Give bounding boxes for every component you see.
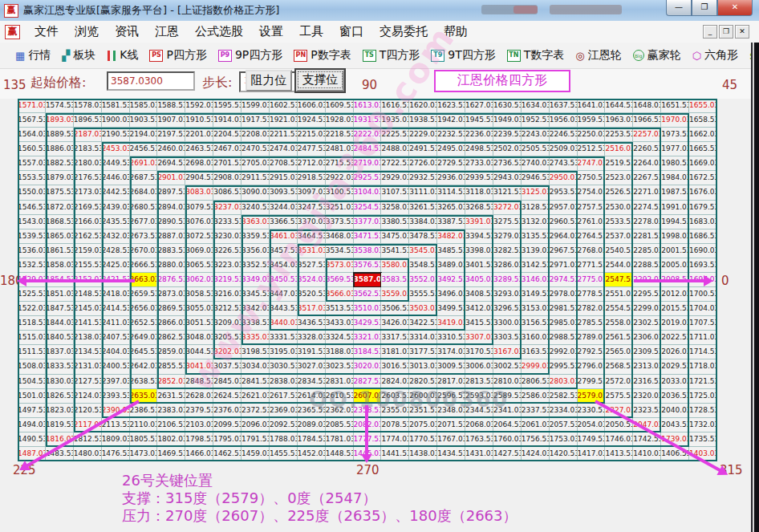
grid-cell[interactable]: 2964.03 [550,229,578,244]
grid-cell[interactable]: 1931.53 [354,113,382,128]
grid-cell[interactable]: 1494.03 [18,418,46,433]
grid-cell[interactable]: 3580.03 [381,258,409,273]
grid-cell[interactable]: 3275.53 [493,215,522,229]
grid-cell[interactable]: 2404.03 [102,345,130,359]
grid-cell[interactable]: 2068.03 [465,418,493,433]
grid-cell[interactable]: 2743.53 [550,156,578,171]
toolbar-9p-square[interactable]: P9 9P四方形 [213,48,288,63]
grid-cell[interactable]: 2015.53 [661,302,689,316]
grid-cell[interactable]: 2736.53 [493,156,522,171]
grid-cell[interactable]: 2071.53 [437,418,465,433]
grid-cell[interactable]: 2372.53 [242,404,270,418]
grid-cell[interactable]: 2152.03 [74,273,102,287]
grid-cell[interactable]: 2768.03 [578,244,606,258]
grid-cell[interactable]: 3569.53 [326,273,354,287]
grid-cell[interactable]: 3219.53 [213,273,242,287]
grid-cell[interactable]: 2407.53 [102,331,130,345]
grid-cell[interactable]: 2838.03 [270,375,298,389]
grid-cell[interactable]: 1732.03 [689,418,717,433]
grid-cell[interactable]: 1977.03 [661,142,689,156]
grid-cell[interactable]: 3156.53 [522,316,550,331]
grid-cell[interactable]: 1690.03 [689,244,717,258]
grid-cell[interactable]: 2435.53 [102,215,130,229]
grid-cell[interactable]: 1816.03 [46,433,74,447]
grid-cell[interactable]: 2537.03 [605,229,633,244]
grid-cell[interactable]: 3296.53 [493,302,522,316]
grid-cell[interactable]: 2005.03 [661,258,689,273]
menu-browse[interactable]: 浏览 [67,24,107,39]
grid-cell[interactable]: 2180.03 [74,156,102,171]
grid-cell[interactable]: 2967.53 [550,244,578,258]
grid-cell[interactable]: 3461.03 [270,229,298,244]
grid-cell[interactable]: 1651.53 [661,99,689,113]
grid-cell[interactable]: 1886.03 [46,142,74,156]
grid-cell[interactable]: 3510.03 [354,302,382,316]
grid-cell[interactable]: 2607.03 [354,389,382,404]
grid-cell[interactable]: 3387.53 [437,215,465,229]
grid-cell[interactable]: 2379.53 [185,404,213,418]
grid-cell[interactable]: 2544.03 [605,258,633,273]
grid-cell[interactable]: 2309.53 [633,345,661,359]
grid-cell[interactable]: 2400.53 [102,359,130,374]
grid-cell[interactable]: 2754.03 [578,185,606,200]
grid-cell[interactable]: 3163.53 [522,345,550,359]
grid-cell[interactable]: 3394.53 [465,229,493,244]
grid-cell[interactable]: 2271.03 [633,185,661,200]
grid-cell[interactable]: 3111.03 [409,185,437,200]
grid-cell[interactable]: 2008.53 [661,273,689,287]
grid-cell[interactable]: 3573.03 [326,258,354,273]
grid-cell[interactable]: 2215.03 [298,128,326,142]
grid-cell[interactable]: 3188.03 [326,345,354,359]
grid-cell[interactable]: 1924.53 [298,113,326,128]
grid-cell[interactable]: 2614.03 [298,389,326,404]
grid-cell[interactable]: 3146.03 [522,273,550,287]
grid-cell[interactable]: 1739.03 [661,433,689,447]
grid-cell[interactable]: 3307.03 [465,331,493,345]
grid-cell[interactable]: 3100.53 [326,185,354,200]
grid-cell[interactable]: 1588.53 [157,99,185,113]
grid-cell[interactable]: 1921.03 [270,113,298,128]
grid-cell[interactable]: 1994.53 [661,215,689,229]
grid-cell[interactable]: 2313.03 [633,359,661,374]
grid-cell[interactable]: 1781.03 [326,433,354,447]
grid-cell[interactable]: 3454.03 [270,258,298,273]
grid-cell[interactable]: 2782.03 [578,302,606,316]
grid-cell[interactable]: 2141.53 [74,316,102,331]
grid-cell[interactable]: 3177.53 [409,345,437,359]
grid-cell[interactable]: 1795.03 [213,433,242,447]
grid-cell[interactable]: 2092.53 [270,418,298,433]
grid-cell[interactable]: 1627.03 [465,99,493,113]
grid-cell[interactable]: 3237.03 [213,201,242,215]
grid-cell[interactable]: 1742.53 [633,433,661,447]
grid-cell[interactable]: 1725.03 [689,389,717,404]
grid-cell[interactable]: 2012.03 [661,287,689,302]
grid-cell[interactable]: 2183.53 [74,142,102,156]
grid-cell[interactable]: 2694.53 [157,156,185,171]
grid-cell[interactable]: 1812.53 [74,433,102,447]
grid-cell[interactable]: 3216.03 [213,287,242,302]
grid-cell[interactable]: 1826.53 [46,389,74,404]
grid-cell[interactable]: 2120.53 [74,404,102,418]
grid-cell[interactable]: 2103.03 [185,418,213,433]
grid-cell[interactable]: 2274.53 [633,201,661,215]
grid-cell[interactable]: 1602.53 [270,99,298,113]
grid-cell[interactable]: 1616.53 [381,99,409,113]
grid-cell[interactable]: 2306.03 [633,331,661,345]
grid-cell[interactable]: 2631.53 [157,389,185,404]
grid-cell[interactable]: 2995.53 [550,359,578,374]
grid-cell[interactable]: 3128.53 [522,201,550,215]
maximize-button[interactable]: ❐ [692,0,717,16]
grid-cell[interactable]: 1525.53 [18,287,46,302]
menu-file[interactable]: 文件 [26,24,67,39]
grid-cell[interactable]: 3090.03 [242,185,270,200]
grid-cell[interactable]: 1511.53 [18,345,46,359]
grid-cell[interactable]: 3503.03 [409,302,437,316]
grid-cell[interactable]: 1770.53 [409,433,437,447]
grid-cell[interactable]: 1490.53 [18,433,46,447]
grid-cell[interactable]: 2134.53 [74,345,102,359]
grid-cell[interactable]: 3247.53 [298,201,326,215]
grid-cell[interactable]: 3576.53 [354,258,382,273]
grid-cell[interactable]: 2239.53 [493,128,522,142]
grid-cell[interactable]: 3191.53 [298,345,326,359]
grid-cell[interactable]: 2330.53 [578,404,606,418]
